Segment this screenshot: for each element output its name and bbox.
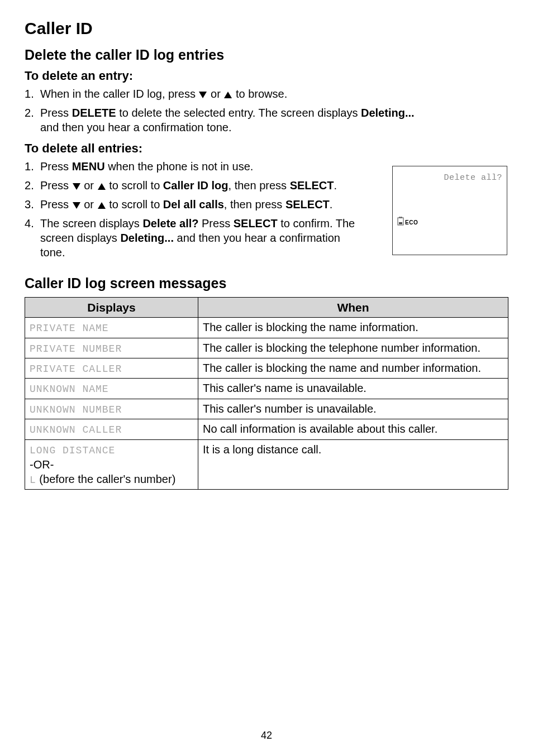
table-header-row: Displays When xyxy=(25,298,508,318)
up-arrow-icon xyxy=(98,202,106,209)
up-arrow-icon xyxy=(98,183,106,190)
step-text: , then press xyxy=(229,179,290,192)
step-text: to scroll to xyxy=(106,198,163,210)
when-value: The caller is blocking the name informat… xyxy=(198,318,508,338)
display-value: UNKNOWN NAME xyxy=(30,384,109,395)
delete-key-label: DELETE xyxy=(72,107,116,119)
table-row: UNKNOWN NAME This caller's name is unava… xyxy=(25,379,508,399)
step-text: and then you hear a confirmation tone. xyxy=(40,120,508,135)
caller-id-log-label: Caller ID log xyxy=(163,179,229,192)
select-key-label: SELECT xyxy=(290,179,334,192)
step-text: Press xyxy=(40,179,72,192)
delete-entries-heading: Delete the caller ID log entries xyxy=(25,47,508,63)
menu-key-label: MENU xyxy=(72,160,105,173)
battery-icon xyxy=(397,217,404,226)
or-label: -OR- xyxy=(30,458,54,471)
screen-status-row: ECO xyxy=(397,217,418,226)
display-value: PRIVATE NUMBER xyxy=(30,343,122,355)
to-delete-all-subhead: To delete all entries: xyxy=(25,141,508,156)
when-value: It is a long distance call. xyxy=(198,439,508,490)
step-text: Press xyxy=(40,160,72,173)
screen-prompt-text: Delete all? xyxy=(397,173,502,183)
step-text: . xyxy=(330,198,333,210)
when-value: This caller's name is unavailable. xyxy=(198,379,508,399)
down-arrow-icon xyxy=(73,202,80,209)
table-row: PRIVATE CALLER The caller is blocking th… xyxy=(25,358,508,379)
step-text: When in the caller ID log, press xyxy=(40,88,198,100)
to-delete-entry-subhead: To delete an entry: xyxy=(25,69,508,83)
step-text: to scroll to xyxy=(106,179,163,192)
step-text: to browse. xyxy=(232,88,287,100)
svg-rect-2 xyxy=(399,222,402,224)
step-text: or xyxy=(81,179,97,192)
display-value-l: L xyxy=(30,475,36,486)
screen-messages-heading: Caller ID log screen messages xyxy=(25,275,508,291)
up-arrow-icon xyxy=(224,92,232,98)
when-value: No call information is available about t… xyxy=(198,419,508,439)
step-text: . xyxy=(334,179,337,192)
table-row: PRIVATE NUMBER The caller is blocking th… xyxy=(25,338,508,358)
del-all-calls-label: Del all calls xyxy=(163,198,224,210)
select-key-label: SELECT xyxy=(285,198,330,210)
delete-all-steps: Press MENU when the phone is not in use.… xyxy=(25,159,365,260)
display-value: UNKNOWN NUMBER xyxy=(30,404,122,415)
page-number: 42 xyxy=(0,730,533,741)
table-row: PRIVATE NAME The caller is blocking the … xyxy=(25,318,508,338)
delete-entry-steps: When in the caller ID log, press or to b… xyxy=(25,87,508,135)
step-text: or xyxy=(207,88,223,100)
when-value: The caller is blocking the name and numb… xyxy=(198,358,508,379)
step-text: when the phone is not in use. xyxy=(105,160,254,173)
step-text: or xyxy=(81,198,97,210)
display-value-after: (before the caller's number) xyxy=(36,473,175,485)
delete-all-step-1: Press MENU when the phone is not in use. xyxy=(25,159,365,174)
down-arrow-icon xyxy=(199,92,207,98)
step-text: The screen displays xyxy=(40,217,142,229)
header-when: When xyxy=(198,298,508,318)
delete-all-prompt-label: Delete all? xyxy=(142,217,198,229)
down-arrow-icon xyxy=(73,183,80,190)
step-text: , then press xyxy=(224,198,285,210)
step-text: Press xyxy=(198,217,233,229)
step-text: to delete the selected entry. The screen… xyxy=(116,107,361,119)
table-row: LONG DISTANCE -OR- L (before the caller'… xyxy=(25,439,508,490)
when-value: The caller is blocking the telephone num… xyxy=(198,338,508,358)
select-key-label: SELECT xyxy=(234,217,278,229)
display-value: PRIVATE CALLER xyxy=(30,363,122,375)
display-value: PRIVATE NAME xyxy=(30,323,109,334)
table-row: UNKNOWN NUMBER This caller's number is u… xyxy=(25,399,508,419)
delete-entry-step-1: When in the caller ID log, press or to b… xyxy=(25,87,508,101)
header-displays: Displays xyxy=(25,298,198,318)
step-text: Press xyxy=(40,198,72,210)
deleting-label: Deleting... xyxy=(120,232,174,244)
screen-messages-table: Displays When PRIVATE NAME The caller is… xyxy=(25,297,508,490)
eco-label: ECO xyxy=(405,220,418,226)
display-value: UNKNOWN CALLER xyxy=(30,424,122,436)
step-text: Press xyxy=(40,107,72,119)
delete-all-step-3: Press or to scroll to Del all calls, the… xyxy=(25,197,365,212)
phone-screen-mockup: Delete all? ECO xyxy=(392,166,507,255)
deleting-label: Deleting... xyxy=(361,107,415,119)
table-row: UNKNOWN CALLER No call information is av… xyxy=(25,419,508,439)
display-value: LONG DISTANCE xyxy=(30,445,115,456)
when-value: This caller's number is unavailable. xyxy=(198,399,508,419)
delete-all-step-4: The screen displays Delete all? Press SE… xyxy=(25,216,365,260)
page-title: Caller ID xyxy=(25,19,508,38)
delete-entry-step-2: Press DELETE to delete the selected entr… xyxy=(25,106,508,135)
delete-all-step-2: Press or to scroll to Caller ID log, the… xyxy=(25,178,365,193)
